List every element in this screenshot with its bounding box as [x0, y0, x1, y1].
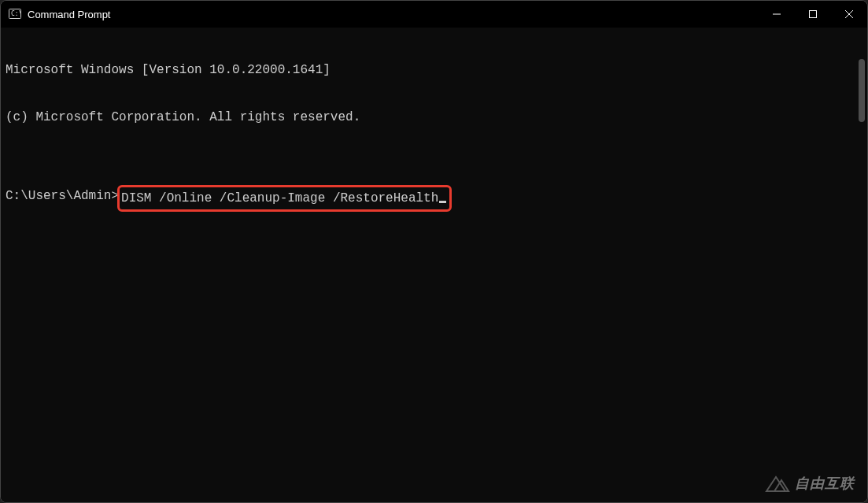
titlebar[interactable]: C:\ Command Prompt [1, 1, 867, 28]
output-line: (c) Microsoft Corporation. All rights re… [6, 109, 867, 125]
svg-marker-6 [766, 477, 785, 491]
command-text: DISM /Online /Cleanup-Image /RestoreHeal… [121, 191, 438, 205]
svg-marker-7 [774, 480, 789, 491]
command-prompt-window: C:\ Command Prompt Microsoft Windows [Ve… [0, 0, 868, 503]
highlighted-command: DISM /Online /Cleanup-Image /RestoreHeal… [117, 185, 452, 212]
watermark-text: 自由互联 [795, 476, 855, 492]
watermark: 自由互联 [763, 474, 855, 494]
svg-text:C:\: C:\ [11, 10, 21, 17]
svg-rect-3 [810, 11, 817, 18]
output-line: Microsoft Windows [Version 10.0.22000.16… [6, 62, 867, 78]
maximize-button[interactable] [795, 1, 831, 28]
terminal-area[interactable]: Microsoft Windows [Version 10.0.22000.16… [1, 28, 867, 502]
watermark-icon [763, 474, 790, 494]
cmd-icon: C:\ [9, 8, 21, 20]
close-button[interactable] [831, 1, 867, 28]
prompt-path: C:\Users\Admin> [6, 188, 119, 204]
window-title: Command Prompt [28, 9, 110, 20]
vertical-scrollbar[interactable] [859, 59, 865, 122]
text-cursor [439, 201, 446, 203]
prompt-line: C:\Users\Admin>DISM /Online /Cleanup-Ima… [6, 188, 867, 212]
minimize-button[interactable] [759, 1, 795, 28]
